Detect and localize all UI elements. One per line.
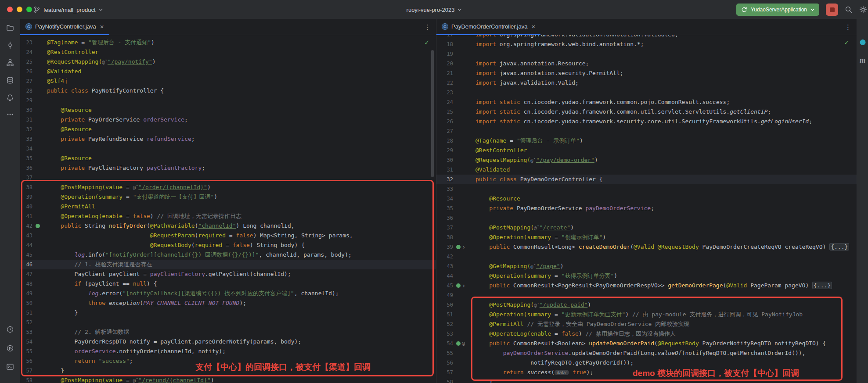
- line-number[interactable]: 26: [436, 117, 453, 126]
- line-number[interactable]: 29: [436, 146, 453, 155]
- code-line[interactable]: 55 orderService.notifyOrder(channelId, n…: [20, 347, 436, 356]
- endpoint-url-icon[interactable]: @ˇ: [133, 378, 139, 383]
- line-number[interactable]: 35: [436, 204, 453, 213]
- line-number[interactable]: 51: [20, 308, 32, 318]
- close-tab-icon[interactable]: ×: [100, 23, 104, 30]
- code-line[interactable]: 49: [436, 290, 857, 300]
- code-line[interactable]: 49 log.error("[notifyCallback][渠道编号({}) …: [20, 289, 436, 298]
- line-number[interactable]: 19: [436, 49, 453, 59]
- code-line[interactable]: 54 PayOrderRespDTO notify = payClient.pa…: [20, 337, 436, 347]
- line-number[interactable]: 32: [20, 125, 32, 134]
- close-tab-icon[interactable]: ×: [531, 23, 535, 30]
- line-number[interactable]: 57: [436, 368, 453, 377]
- code-editor-right[interactable]: 17import org.springframework.validation.…: [436, 35, 857, 383]
- code-line[interactable]: 36 private PayClientFactory payClientFac…: [20, 163, 436, 173]
- line-number[interactable]: 37: [20, 173, 32, 183]
- code-line[interactable]: 25@RequestMapping(@ˇ"/pay/notify"): [20, 57, 436, 67]
- code-line[interactable]: 54@ public CommonResult<Boolean> updateD…: [436, 339, 857, 348]
- line-number[interactable]: 55: [20, 347, 32, 356]
- line-number[interactable]: 38: [436, 233, 453, 242]
- code-line[interactable]: 23: [436, 88, 857, 97]
- line-number[interactable]: 54: [436, 339, 453, 348]
- line-number[interactable]: 50: [436, 300, 453, 310]
- structure-tool-icon[interactable]: [4, 56, 17, 69]
- code-line[interactable]: 50 throw exception(PAY_CHANNEL_CLIENT_NO…: [20, 298, 436, 308]
- zoom-window-button[interactable]: [26, 7, 32, 12]
- code-line[interactable]: 36: [436, 213, 857, 223]
- code-line[interactable]: 30 @Resource: [20, 105, 436, 115]
- line-number[interactable]: 28: [20, 86, 32, 96]
- line-number[interactable]: 44: [20, 240, 32, 250]
- line-number[interactable]: 58: [436, 377, 453, 383]
- line-number[interactable]: 48: [20, 279, 32, 289]
- line-number[interactable]: 38: [20, 183, 32, 192]
- line-number[interactable]: 31: [20, 115, 32, 125]
- code-line[interactable]: 51 @Operation(summary = "更新示例订单为已支付") //…: [436, 310, 857, 319]
- line-number[interactable]: 32: [436, 175, 453, 184]
- endpoint-ball-icon[interactable]: [456, 341, 461, 346]
- code-line[interactable]: 17import org.springframework.validation.…: [436, 35, 857, 39]
- line-number[interactable]: 53: [436, 329, 453, 339]
- line-number[interactable]: 42: [20, 221, 32, 231]
- code-line[interactable]: 33 private PayRefundService refundServic…: [20, 134, 436, 144]
- code-line[interactable]: 43 @RequestParam(required = false) Map<S…: [20, 231, 436, 240]
- code-line[interactable]: 53 @OperateLog(enable = false) // 禁用操作日志…: [436, 329, 857, 339]
- code-line[interactable]: 41 @OperateLog(enable = false) // 回调地址，无…: [20, 211, 436, 221]
- line-number[interactable]: 39: [20, 192, 32, 202]
- code-editor-left[interactable]: 23@Tag(name = "管理后台 - 支付通知")24@RestContr…: [20, 35, 436, 383]
- line-number[interactable]: 27: [436, 126, 453, 136]
- scrollbar-thumb[interactable]: [431, 50, 434, 177]
- more-tools-icon[interactable]: [4, 108, 17, 121]
- line-number[interactable]: 42: [436, 252, 453, 261]
- code-line[interactable]: 26@Validated: [20, 67, 436, 76]
- line-number[interactable]: 44: [436, 271, 453, 281]
- stop-button[interactable]: [826, 4, 838, 16]
- code-line[interactable]: 42 public String notifyOrder(@PathVariab…: [20, 221, 436, 231]
- code-line[interactable]: 35 @Resource: [20, 154, 436, 163]
- code-line[interactable]: 27@Slf4j: [20, 76, 436, 86]
- project-tool-icon[interactable]: [4, 21, 17, 34]
- line-number[interactable]: 26: [20, 67, 32, 76]
- line-number[interactable]: 21: [436, 68, 453, 78]
- tab-pay-demo-order-controller[interactable]: C PayDemoOrderController.java ×: [436, 19, 540, 35]
- line-number[interactable]: 52: [20, 318, 32, 327]
- code-line[interactable]: 33: [436, 184, 857, 194]
- line-number[interactable]: 24: [436, 97, 453, 107]
- line-number[interactable]: 39: [436, 242, 453, 252]
- code-line[interactable]: 46 // 1. 校验支付渠道是否存在: [20, 260, 436, 269]
- code-line[interactable]: 52: [20, 318, 436, 327]
- endpoint-ball-icon[interactable]: [456, 283, 461, 288]
- line-number[interactable]: 25: [436, 107, 453, 117]
- code-line[interactable]: 28@Tag(name = "管理后台 - 示例订单"): [436, 136, 857, 146]
- history-clock-icon[interactable]: [4, 323, 17, 336]
- line-number[interactable]: 30: [20, 105, 32, 115]
- code-line[interactable]: 44 @RequestBody(required = false) String…: [20, 240, 436, 250]
- line-number[interactable]: 43: [436, 261, 453, 271]
- code-line[interactable]: 20import javax.annotation.Resource;: [436, 59, 857, 68]
- line-number[interactable]: 41: [20, 211, 32, 221]
- endpoint-url-icon[interactable]: @ˇ: [133, 185, 139, 190]
- code-line[interactable]: 45› public CommonResult<PageResult<PayDe…: [436, 281, 857, 290]
- services-run-icon[interactable]: [4, 342, 17, 355]
- code-line[interactable]: 27: [436, 126, 857, 136]
- line-number[interactable]: 33: [20, 134, 32, 144]
- line-number[interactable]: 49: [436, 290, 453, 300]
- line-number[interactable]: 22: [436, 78, 453, 88]
- code-line[interactable]: 26import static cn.iocoder.yudao.framewo…: [436, 117, 857, 126]
- code-line[interactable]: 55 payDemoOrderService.updateDemoOrderPa…: [436, 348, 857, 358]
- line-number[interactable]: 30: [436, 155, 453, 165]
- endpoint-ball-icon[interactable]: [456, 245, 461, 249]
- code-line[interactable]: 51 }: [20, 308, 436, 318]
- tab-options-icon[interactable]: ⋮: [424, 23, 431, 31]
- code-line[interactable]: 58 @PostMapping(value = @ˇ"/refund/{chan…: [20, 376, 436, 383]
- line-number[interactable]: 56: [20, 356, 32, 366]
- line-number[interactable]: 53: [20, 327, 32, 337]
- tab-pay-notify-controller[interactable]: C PayNotifyController.java ×: [20, 19, 109, 35]
- line-number[interactable]: 40: [20, 202, 32, 211]
- terminal-tool-icon[interactable]: [4, 360, 17, 373]
- inspections-ok-icon[interactable]: ✓: [424, 39, 430, 47]
- code-line[interactable]: 34: [20, 144, 436, 154]
- code-line[interactable]: 31@Validated: [436, 165, 857, 175]
- database-tool-icon[interactable]: [4, 74, 17, 87]
- code-line[interactable]: 34 @Resource: [436, 194, 857, 204]
